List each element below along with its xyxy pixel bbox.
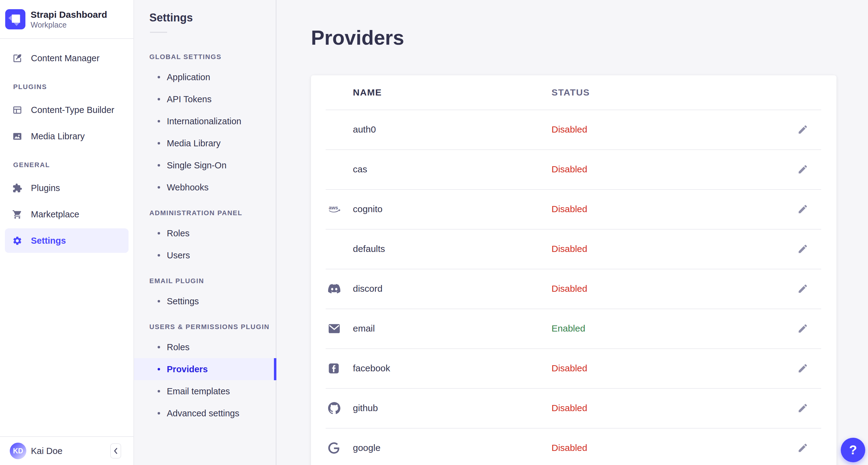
question-mark-icon: ? xyxy=(849,443,857,457)
provider-icon-cell xyxy=(326,402,353,414)
provider-name: cognito xyxy=(353,204,552,214)
edit-provider-button[interactable] xyxy=(797,323,808,334)
bullet-icon xyxy=(158,390,160,393)
edit-provider-button[interactable] xyxy=(797,442,808,453)
bullet-icon xyxy=(158,254,160,256)
edit-provider-button[interactable] xyxy=(797,283,808,294)
subnav-section: GLOBAL SETTINGSApplicationAPI TokensInte… xyxy=(134,53,276,198)
table-row-auth0[interactable]: auth0Disabled xyxy=(311,110,836,149)
table-row-facebook[interactable]: facebookDisabled xyxy=(311,348,836,388)
subnav-item-label: Users xyxy=(167,250,190,260)
bullet-icon xyxy=(158,98,160,100)
sidebar-item-label: Content-Type Builder xyxy=(31,105,114,115)
sidebar-item-marketplace[interactable]: Marketplace xyxy=(5,202,128,226)
help-button[interactable]: ? xyxy=(841,438,865,462)
table-row-email[interactable]: emailEnabled xyxy=(311,309,836,348)
subnav-list: RolesProvidersEmail templatesAdvanced se… xyxy=(134,336,276,424)
sidebar-item-content-manager[interactable]: Content Manager xyxy=(5,46,128,70)
settings-subnav: Settings GLOBAL SETTINGSApplicationAPI T… xyxy=(134,0,276,465)
subnav-item-application[interactable]: Application xyxy=(134,66,276,88)
edit-provider-button[interactable] xyxy=(797,243,808,254)
subnav-item-single-sign-on[interactable]: Single Sign-On xyxy=(134,154,276,176)
subnav-item-label: Internationalization xyxy=(167,116,241,126)
sidebar-item-label: Plugins xyxy=(31,183,60,193)
edit-cell xyxy=(797,164,836,175)
bullet-icon xyxy=(158,142,160,145)
subnav-list: RolesUsers xyxy=(134,222,276,266)
cart-icon xyxy=(12,209,22,219)
edit-cell xyxy=(797,323,836,334)
edit-provider-button[interactable] xyxy=(797,164,808,175)
workspace-switcher[interactable]: Strapi Dashboard Workplace xyxy=(0,0,133,39)
subnav-item-label: Webhooks xyxy=(167,182,209,192)
provider-name: discord xyxy=(353,283,552,294)
chevron-left-icon xyxy=(114,447,118,455)
table-row-defaults[interactable]: defaultsDisabled xyxy=(311,229,836,269)
sidebar-item-settings[interactable]: Settings xyxy=(5,228,128,253)
subnav-item-media-library[interactable]: Media Library xyxy=(134,132,276,154)
edit-provider-button[interactable] xyxy=(797,124,808,135)
subnav-item-roles[interactable]: Roles xyxy=(134,336,276,358)
subnav-section-label: GLOBAL SETTINGS xyxy=(149,53,276,61)
subnav-item-internationalization[interactable]: Internationalization xyxy=(134,110,276,132)
subnav-item-webhooks[interactable]: Webhooks xyxy=(134,176,276,198)
subnav-item-api-tokens[interactable]: API Tokens xyxy=(134,88,276,110)
layout-icon xyxy=(12,105,22,115)
subnav-item-roles[interactable]: Roles xyxy=(134,222,276,244)
provider-name: defaults xyxy=(353,244,552,254)
provider-icon-cell xyxy=(326,442,353,454)
provider-name: facebook xyxy=(353,363,552,373)
edit-provider-button[interactable] xyxy=(797,204,808,215)
subnav-item-providers[interactable]: Providers xyxy=(134,358,276,380)
table-row-discord[interactable]: discordDisabled xyxy=(311,269,836,309)
provider-name: email xyxy=(353,323,552,334)
subnav-item-label: Email templates xyxy=(167,386,230,396)
pencil-icon xyxy=(797,442,808,453)
table-row-github[interactable]: githubDisabled xyxy=(311,388,836,428)
sidebar-item-plugins[interactable]: Plugins xyxy=(5,176,128,200)
subnav-section: USERS & PERMISSIONS PLUGINRolesProviders… xyxy=(134,323,276,424)
subnav-item-advanced-settings[interactable]: Advanced settings xyxy=(134,402,276,424)
email-icon xyxy=(328,323,340,334)
subnav-item-settings[interactable]: Settings xyxy=(134,290,276,312)
nav-section-label: GENERAL xyxy=(13,161,128,169)
provider-name: google xyxy=(353,443,552,453)
bullet-icon xyxy=(158,346,160,348)
subnav-item-users[interactable]: Users xyxy=(134,244,276,266)
app-title: Strapi Dashboard xyxy=(31,9,107,20)
bullet-icon xyxy=(158,232,160,235)
table-row-cas[interactable]: casDisabled xyxy=(311,149,836,189)
table-row-cognito[interactable]: awscognitoDisabled xyxy=(311,189,836,229)
status-badge: Disabled xyxy=(552,443,797,453)
provider-name: auth0 xyxy=(353,124,552,135)
main-content: Providers NAME STATUS auth0DisabledcasDi… xyxy=(276,0,868,465)
svg-text:aws: aws xyxy=(329,205,338,210)
column-header-status: STATUS xyxy=(552,87,797,98)
edit-cell xyxy=(797,124,836,135)
table-row-google[interactable]: googleDisabled xyxy=(311,428,836,465)
strapi-logo-icon xyxy=(5,9,25,29)
subnav-section-label: ADMINISTRATION PANEL xyxy=(149,209,276,217)
gear-icon xyxy=(12,236,22,246)
subnav-section: EMAIL PLUGINSettings xyxy=(134,277,276,312)
pencil-icon xyxy=(797,164,808,175)
status-badge: Disabled xyxy=(552,244,797,254)
status-badge: Disabled xyxy=(552,403,797,413)
bullet-icon xyxy=(158,368,160,370)
google-icon xyxy=(328,442,339,454)
edit-cell xyxy=(797,283,836,294)
sidebar-item-content-type-builder[interactable]: Content-Type Builder xyxy=(5,98,128,122)
provider-icon-cell xyxy=(326,283,353,295)
avatar[interactable]: KD xyxy=(10,443,26,459)
edit-provider-button[interactable] xyxy=(797,403,808,413)
pencil-icon xyxy=(797,204,808,215)
discord-icon xyxy=(328,283,340,295)
bullet-icon xyxy=(158,412,160,414)
edit-provider-button[interactable] xyxy=(797,363,808,374)
collapse-sidebar-button[interactable] xyxy=(110,443,121,459)
edit-cell xyxy=(797,403,836,413)
subnav-item-email-templates[interactable]: Email templates xyxy=(134,380,276,402)
page-title: Providers xyxy=(311,27,404,49)
sidebar-item-media-library[interactable]: Media Library xyxy=(5,124,128,149)
sidebar-item-label: Media Library xyxy=(31,131,85,142)
